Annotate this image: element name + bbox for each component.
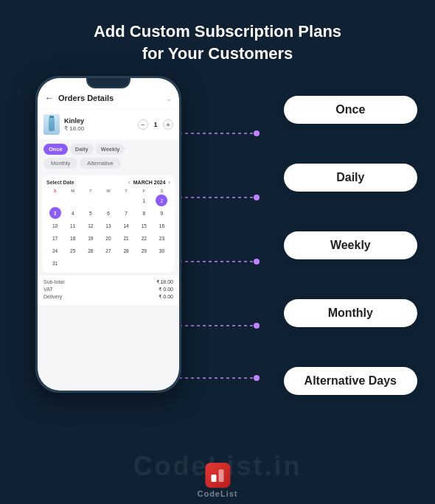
cal-day-1[interactable]: 1 xyxy=(138,195,150,206)
tabs-row-2: Monthly Alternative xyxy=(38,158,179,172)
product-image xyxy=(44,114,60,135)
quantity-decrease-button[interactable]: − xyxy=(138,119,148,130)
cal-day-empty xyxy=(102,195,114,206)
cal-day-20[interactable]: 20 xyxy=(102,232,114,244)
cal-day-11[interactable]: 11 xyxy=(67,220,79,231)
tab-monthly[interactable]: Monthly xyxy=(44,158,77,169)
expand-icon[interactable]: ⌄ xyxy=(166,94,172,102)
tab-weekly[interactable]: Weekly xyxy=(96,144,125,155)
cal-day-29[interactable]: 29 xyxy=(138,245,150,256)
cal-day-2[interactable]: 2 xyxy=(156,195,167,206)
option-weekly[interactable]: Weekly xyxy=(284,231,417,259)
cal-day-8[interactable]: 8 xyxy=(138,207,150,219)
tab-daily[interactable]: Daily xyxy=(70,144,94,155)
subtotal-label: Sub-total xyxy=(44,279,64,285)
back-arrow-icon[interactable]: ← xyxy=(45,93,54,103)
cal-day-5[interactable]: 5 xyxy=(85,207,97,219)
cal-day-10[interactable]: 10 xyxy=(49,220,61,231)
cal-day-28[interactable]: 28 xyxy=(120,245,132,256)
cal-day-26[interactable]: 26 xyxy=(85,245,97,256)
delivery-value: ₹ 0.00 xyxy=(159,294,173,300)
tab-once[interactable]: Once xyxy=(44,144,68,155)
svg-point-8 xyxy=(254,259,260,265)
product-price: ₹ 18.00 xyxy=(64,125,133,132)
cal-day-7[interactable]: 7 xyxy=(120,207,132,219)
cal-day-19[interactable]: 19 xyxy=(85,232,97,244)
phone-screen: ← Orders Details ⌄ Kinley ₹ 18.00 xyxy=(38,78,179,391)
phone-mockup: ← Orders Details ⌄ Kinley ₹ 18.00 xyxy=(35,76,181,393)
cal-day-25[interactable]: 25 xyxy=(67,245,79,256)
svg-rect-16 xyxy=(218,469,223,482)
cal-day-24[interactable]: 24 xyxy=(49,245,61,256)
options-column: Once Daily Weekly Monthly Alternative Da… xyxy=(284,76,417,415)
bottle-icon xyxy=(49,118,55,131)
cal-day-4[interactable]: 4 xyxy=(67,207,79,219)
cal-day-23[interactable]: 23 xyxy=(156,232,167,244)
cal-prev-button[interactable]: ‹ xyxy=(128,179,130,186)
page-title: Add Custom Subscription Plans for Your C… xyxy=(94,21,341,64)
cal-day-21[interactable]: 21 xyxy=(120,232,132,244)
cal-day-15[interactable]: 15 xyxy=(138,220,150,231)
cal-day-empty xyxy=(85,195,97,206)
subtotal-value: ₹ 18.00 xyxy=(156,279,173,285)
calendar-month: MARCH 2024 xyxy=(133,180,166,185)
product-name: Kinley xyxy=(64,117,133,125)
quantity-control: − 1 + xyxy=(138,119,173,130)
svg-point-2 xyxy=(254,130,260,136)
quantity-value: 1 xyxy=(151,121,160,128)
svg-point-5 xyxy=(254,195,260,200)
cal-day-12[interactable]: 12 xyxy=(85,220,97,231)
cal-next-button[interactable]: › xyxy=(168,179,170,186)
svg-point-11 xyxy=(254,323,260,329)
select-date-label: Select Date xyxy=(46,180,74,185)
option-once[interactable]: Once xyxy=(284,96,417,124)
cal-day-16[interactable]: 16 xyxy=(156,220,167,231)
watermark-brand-name: CodeList xyxy=(197,489,237,498)
weekday-tue: T xyxy=(82,189,99,193)
cal-day-13[interactable]: 13 xyxy=(102,220,114,231)
watermark-logo xyxy=(205,463,230,488)
phone-notch xyxy=(86,78,130,88)
product-row: Kinley ₹ 18.00 − 1 + xyxy=(38,110,179,139)
option-alternative-days[interactable]: Alternative Days xyxy=(284,367,417,395)
vat-row: VAT ₹ 0.00 xyxy=(44,287,173,293)
calendar-nav: ‹ MARCH 2024 › xyxy=(128,179,170,186)
weekday-fri: F xyxy=(136,189,153,193)
weekday-sun: S xyxy=(46,189,63,193)
cal-day-3[interactable]: 3 xyxy=(49,207,61,219)
option-daily[interactable]: Daily xyxy=(284,164,417,192)
cal-day-18[interactable]: 18 xyxy=(67,232,79,244)
screen-title: Orders Details xyxy=(58,94,114,102)
quantity-increase-button[interactable]: + xyxy=(163,119,173,130)
cal-day-27[interactable]: 27 xyxy=(102,245,114,256)
subtotal-row: Sub-total ₹ 18.00 xyxy=(44,279,173,285)
vat-value: ₹ 0.00 xyxy=(159,287,173,293)
cal-day-31[interactable]: 31 xyxy=(49,257,61,269)
order-summary: Sub-total ₹ 18.00 VAT ₹ 0.00 Delivery ₹ … xyxy=(38,276,179,305)
cal-day-14[interactable]: 14 xyxy=(120,220,132,231)
cal-day-empty xyxy=(67,195,79,206)
cal-day-empty xyxy=(120,195,132,206)
cal-day-empty xyxy=(49,195,61,206)
delivery-label: Delivery xyxy=(44,294,62,300)
tabs-row-1: Once Daily Weekly xyxy=(38,139,179,158)
codelist-logo-icon xyxy=(209,467,226,483)
calendar-header: Select Date ‹ MARCH 2024 › xyxy=(46,179,170,186)
cal-day-9[interactable]: 9 xyxy=(156,207,167,219)
option-monthly[interactable]: Monthly xyxy=(284,299,417,327)
weekday-wed: W xyxy=(100,189,116,193)
cal-day-6[interactable]: 6 xyxy=(102,207,114,219)
svg-point-14 xyxy=(254,375,260,381)
weekday-mon: M xyxy=(64,189,81,193)
calendar-weekdays: S M T W T F S xyxy=(46,189,170,193)
vat-label: VAT xyxy=(44,287,53,293)
watermark-brand: CodeList xyxy=(197,463,237,498)
product-info: Kinley ₹ 18.00 xyxy=(64,117,133,132)
cal-day-30[interactable]: 30 xyxy=(156,245,167,256)
cal-day-22[interactable]: 22 xyxy=(138,232,150,244)
cal-day-17[interactable]: 17 xyxy=(49,232,61,244)
weekday-sat: S xyxy=(153,189,170,193)
svg-rect-15 xyxy=(211,475,216,482)
delivery-row: Delivery ₹ 0.00 xyxy=(44,294,173,300)
tab-alternative[interactable]: Alternative xyxy=(80,158,120,169)
